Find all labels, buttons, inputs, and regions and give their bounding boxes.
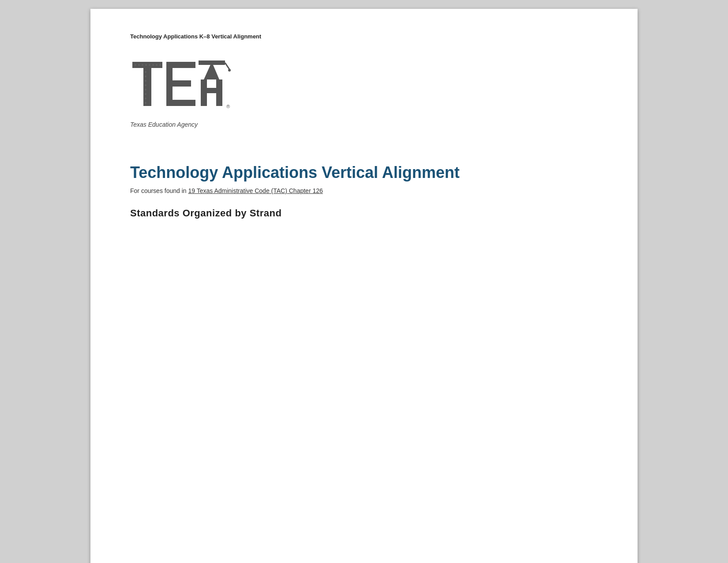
svg-point-14 <box>135 64 136 66</box>
main-title: Technology Applications Vertical Alignme… <box>130 163 598 182</box>
svg-point-28 <box>145 98 146 99</box>
subtitle-prefix: For courses found in <box>130 187 188 194</box>
svg-text:®: ® <box>226 104 230 109</box>
svg-rect-5 <box>173 100 195 106</box>
svg-point-12 <box>228 69 231 72</box>
svg-point-23 <box>145 76 146 77</box>
svg-rect-7 <box>216 79 222 106</box>
svg-rect-10 <box>199 60 225 65</box>
document-page: Technology Applications K–8 Vertical Ali… <box>90 9 638 563</box>
svg-point-26 <box>145 89 146 91</box>
tea-logo-container: ® <box>130 57 598 128</box>
svg-rect-1 <box>143 68 151 106</box>
svg-point-16 <box>142 64 143 66</box>
svg-rect-4 <box>173 80 191 87</box>
svg-point-18 <box>149 64 150 66</box>
svg-point-27 <box>145 93 146 95</box>
svg-point-20 <box>156 64 158 66</box>
svg-point-19 <box>152 64 154 66</box>
svg-point-15 <box>138 64 140 66</box>
svg-rect-8 <box>207 88 216 93</box>
logo-section: ® <box>130 57 598 128</box>
svg-line-11 <box>225 63 229 69</box>
tea-org-name: Texas Education Agency <box>130 121 198 128</box>
svg-point-24 <box>145 80 146 82</box>
svg-point-22 <box>145 71 146 73</box>
svg-point-17 <box>145 64 147 66</box>
svg-rect-0 <box>132 62 162 68</box>
svg-point-29 <box>145 102 146 104</box>
svg-rect-2 <box>166 62 173 106</box>
tea-logo-icon: ® <box>130 57 232 119</box>
svg-point-25 <box>145 84 146 86</box>
svg-rect-3 <box>173 62 195 68</box>
subtitle-line: For courses found in 19 Texas Administra… <box>130 187 598 194</box>
tac-link[interactable]: 19 Texas Administrative Code (TAC) Chapt… <box>188 187 323 194</box>
svg-rect-6 <box>201 79 207 106</box>
document-header-label: Technology Applications K–8 Vertical Ali… <box>130 33 598 40</box>
section-heading: Standards Organized by Strand <box>130 208 598 219</box>
svg-point-21 <box>159 64 161 66</box>
